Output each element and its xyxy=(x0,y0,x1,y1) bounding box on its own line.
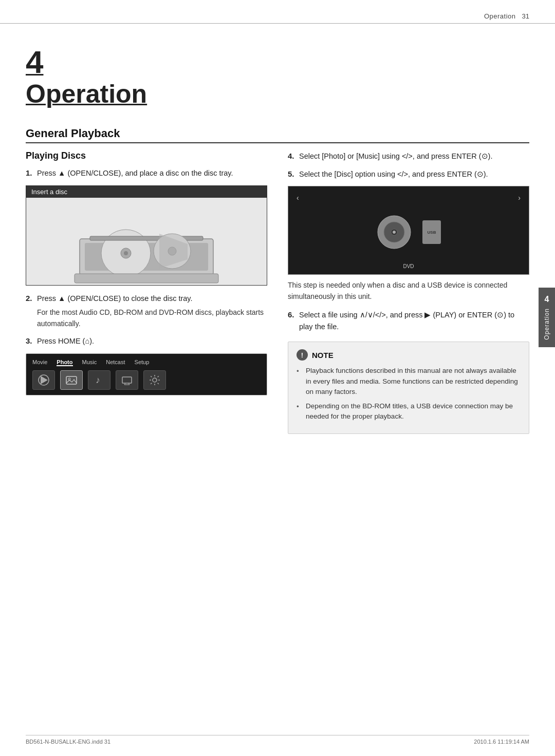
insert-disc-image-box: Insert a disc xyxy=(26,185,267,286)
note-bullet-1: • xyxy=(297,366,302,397)
note-text-2: Depending on the BD-ROM titles, a USB de… xyxy=(306,401,521,422)
svg-point-4 xyxy=(124,251,128,255)
note-bullet-2: • xyxy=(297,402,302,422)
menu-icon-photo xyxy=(60,370,83,390)
chapter-number: 4 xyxy=(26,46,529,78)
two-column-layout: Playing Discs 1. Press ▲ (OPEN/CLOSE), a… xyxy=(26,150,529,434)
menu-icon-music: ♪ xyxy=(88,370,110,390)
step-1-content: Press ▲ (OPEN/CLOSE), and place a disc o… xyxy=(37,167,267,179)
step-3-number: 3. xyxy=(26,335,37,347)
left-arrow: ‹ xyxy=(297,194,299,202)
home-menu-icons: ♪ xyxy=(32,370,261,390)
step-5-number: 5. xyxy=(288,168,299,180)
side-tab: 4 Operation xyxy=(539,288,555,347)
svg-text:♪: ♪ xyxy=(96,375,100,385)
tab-setup: Setup xyxy=(135,359,150,366)
note-header: ! NOTE xyxy=(297,349,521,361)
page-header: Operation 31 xyxy=(0,12,555,24)
svg-rect-15 xyxy=(122,377,132,383)
header-section: Operation xyxy=(484,12,516,20)
step-1-number: 1. xyxy=(26,167,37,179)
dvd-disc-svg xyxy=(376,214,412,250)
dvd-screen-label: DVD xyxy=(403,263,414,269)
right-column: 4. Select [Photo] or [Music] using </>, … xyxy=(288,150,529,434)
menu-icon-setup xyxy=(143,370,166,390)
screen-description: This step is needed only when a disc and… xyxy=(288,280,529,302)
note-text-1: Playback functions described in this man… xyxy=(306,366,521,397)
left-column: Playing Discs 1. Press ▲ (OPEN/CLOSE), a… xyxy=(26,150,267,434)
step-3: 3. Press HOME (⌂). xyxy=(26,335,267,347)
usb-label: USB xyxy=(428,230,436,235)
tab-photo: Photo xyxy=(57,359,72,366)
side-tab-label: Operation xyxy=(543,308,550,340)
footer-right: 2010.1.6 11:19:14 AM xyxy=(474,739,529,745)
screen-labels: DVD xyxy=(293,263,524,269)
svg-rect-12 xyxy=(66,376,77,384)
home-menu-tabs: Movie Photo Music Netcast Setup xyxy=(32,359,261,366)
header-page-number: 31 xyxy=(522,12,529,20)
image-box-label: Insert a disc xyxy=(26,186,267,198)
step-3-content: Press HOME (⌂). xyxy=(37,335,267,347)
step-1: 1. Press ▲ (OPEN/CLOSE), and place a dis… xyxy=(26,167,267,179)
usb-rect: USB xyxy=(422,220,441,244)
step-2-number: 2. xyxy=(26,293,37,330)
home-menu-screenshot: Movie Photo Music Netcast Setup xyxy=(26,353,267,395)
step-5-content: Select the [Disc] option using </>, and … xyxy=(299,168,529,180)
step-4-number: 4. xyxy=(288,150,299,162)
svg-point-19 xyxy=(153,378,157,382)
step-2-content: Press ▲ (OPEN/CLOSE) to close the disc t… xyxy=(37,293,267,330)
menu-icon-movie xyxy=(32,370,55,390)
usb-icon-area: USB xyxy=(422,220,441,244)
main-content: 4 Operation General Playback Playing Dis… xyxy=(26,31,529,735)
tab-movie: Movie xyxy=(32,359,47,366)
svg-rect-6 xyxy=(75,274,218,283)
menu-icon-netcast xyxy=(116,370,138,390)
dvd-screen-content: USB xyxy=(293,204,524,260)
right-arrow: › xyxy=(518,194,521,202)
dvd-usb-screen: ‹ › USB xyxy=(288,186,529,275)
step-2: 2. Press ▲ (OPEN/CLOSE) to close the dis… xyxy=(26,293,267,330)
note-title: NOTE xyxy=(312,351,334,360)
step-6-number: 6. xyxy=(288,309,299,332)
page-footer: BD561-N-BUSALLK-ENG.indd 31 2010.1.6 11:… xyxy=(26,735,529,745)
note-icon: ! xyxy=(297,349,308,361)
note-box: ! NOTE • Playback functions described in… xyxy=(288,342,529,433)
section-title: General Playback xyxy=(26,127,529,143)
svg-point-23 xyxy=(393,231,396,234)
screen-nav-arrows: ‹ › xyxy=(293,194,524,202)
footer-left: BD561-N-BUSALLK-ENG.indd 31 xyxy=(26,739,110,745)
step-6-content: Select a file using ∧/∨/</>, and press ▶… xyxy=(299,309,529,332)
tab-netcast: Netcast xyxy=(106,359,125,366)
disc-tray-illustration xyxy=(26,198,267,285)
side-tab-number: 4 xyxy=(545,295,549,304)
subsection-title: Playing Discs xyxy=(26,150,267,161)
svg-marker-10 xyxy=(41,376,48,384)
step-5: 5. Select the [Disc] option using </>, a… xyxy=(288,168,529,180)
step-6: 6. Select a file using ∧/∨/</>, and pres… xyxy=(288,309,529,332)
step-4: 4. Select [Photo] or [Music] using </>, … xyxy=(288,150,529,162)
step-4-content: Select [Photo] or [Music] using </>, and… xyxy=(299,150,529,162)
tab-music: Music xyxy=(82,359,97,366)
note-item-1: • Playback functions described in this m… xyxy=(297,366,521,397)
note-item-2: • Depending on the BD-ROM titles, a USB … xyxy=(297,401,521,422)
chapter-title: Operation xyxy=(26,80,529,108)
